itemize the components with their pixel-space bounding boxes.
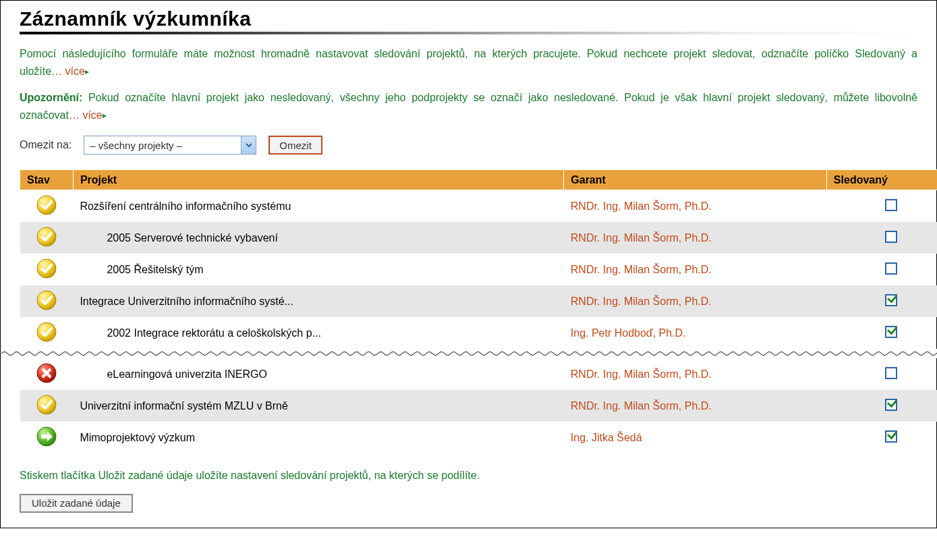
intro-text: Pomocí následujícího formuláře máte možn… [20,48,917,77]
save-note: Stiskem tlačítka Uložit zadané údaje ulo… [20,467,917,484]
tracked-checkbox[interactable] [885,399,897,411]
project-name: 2005 Serverové technické vybavení [80,232,277,244]
project-name: Mimoprojektový výzkum [80,432,195,443]
status-ok-icon [36,226,57,248]
project-name: 2005 Řešitelský tým [80,264,203,275]
projects-table: Stav Projekt Garant Sledovaný Rozšíření … [20,169,937,453]
garant-link[interactable]: Ing. Petr Hodboď, Ph.D. [571,327,686,339]
table-row: Univerzitní informační systém MZLU v Brn… [20,390,938,422]
triangle-icon: ▸ [85,67,89,76]
tracked-checkbox[interactable] [885,367,897,379]
title-rule [20,32,917,34]
page-title: Záznamník výzkumníka [20,7,917,30]
status-error-icon [36,362,57,384]
more-link-2[interactable]: … více▸ [69,109,107,121]
project-name: 2002 Integrace rektorátu a celoškolských… [80,327,321,339]
status-ok-icon [36,289,57,311]
project-name: eLearningová univerzita INERGO [80,368,266,380]
warning-label: Upozornění: [20,92,82,103]
project-name: Integrace Univerzitního informačního sys… [80,296,293,307]
section-break [20,349,938,358]
filter-label: Omezit na: [20,139,72,151]
filter-button[interactable]: Omezit [268,136,322,155]
garant-link[interactable]: RNDr. Ing. Milan Šorm, Ph.D. [571,200,712,212]
more-link-1[interactable]: … více▸ [51,65,89,77]
table-row: Rozšíření centrálního informačního systé… [20,190,938,223]
table-row: eLearningová univerzita INERGORNDr. Ing.… [20,358,938,390]
table-row: 2005 Řešitelský týmRNDr. Ing. Milan Šorm… [20,254,938,285]
col-header-stav: Stav [20,170,74,190]
tracked-checkbox[interactable] [885,294,897,306]
table-row: 2002 Integrace rektorátu a celoškolských… [20,317,938,349]
tracked-checkbox[interactable] [885,262,897,275]
filter-select[interactable]: – všechny projekty – [84,136,256,155]
triangle-icon: ▸ [103,111,107,120]
status-ok-icon [36,194,57,216]
garant-link[interactable]: RNDr. Ing. Milan Šorm, Ph.D. [571,296,712,307]
status-ok-icon [36,258,57,279]
status-ok-icon [36,321,57,343]
table-row: Mimoprojektový výzkumIng. Jitka Šedá [20,422,938,453]
garant-link[interactable]: RNDr. Ing. Milan Šorm, Ph.D. [571,232,712,244]
col-header-sledovany: Sledovaný [826,170,937,190]
garant-link[interactable]: RNDr. Ing. Milan Šorm, Ph.D. [571,264,712,275]
col-header-garant: Garant [564,170,827,190]
filter-row: Omezit na: – všechny projekty – Omezit [20,136,917,155]
status-ok-icon [36,394,57,416]
tracked-checkbox[interactable] [885,430,897,443]
col-header-projekt: Projekt [73,170,563,190]
warning-text: Pokud označíte hlavní projekt jako nesle… [20,92,917,121]
warning-paragraph: Upozornění: Pokud označíte hlavní projek… [20,89,917,123]
save-button[interactable]: Uložit zadané údaje [20,494,133,513]
project-name: Univerzitní informační systém MZLU v Brn… [80,400,288,412]
table-row: 2005 Serverové technické vybaveníRNDr. I… [20,222,938,254]
project-name: Rozšíření centrálního informačního systé… [80,200,291,212]
status-arrow-icon [36,426,57,447]
tracked-checkbox[interactable] [885,231,897,243]
garant-link[interactable]: RNDr. Ing. Milan Šorm, Ph.D. [571,368,712,380]
wavy-divider [1,349,937,358]
tracked-checkbox[interactable] [885,199,897,211]
garant-link[interactable]: RNDr. Ing. Milan Šorm, Ph.D. [571,400,712,412]
tracked-checkbox[interactable] [885,326,897,338]
garant-link[interactable]: Ing. Jitka Šedá [571,432,642,443]
intro-paragraph: Pomocí následujícího formuláře máte možn… [20,45,917,80]
table-row: Integrace Univerzitního informačního sys… [20,285,938,317]
